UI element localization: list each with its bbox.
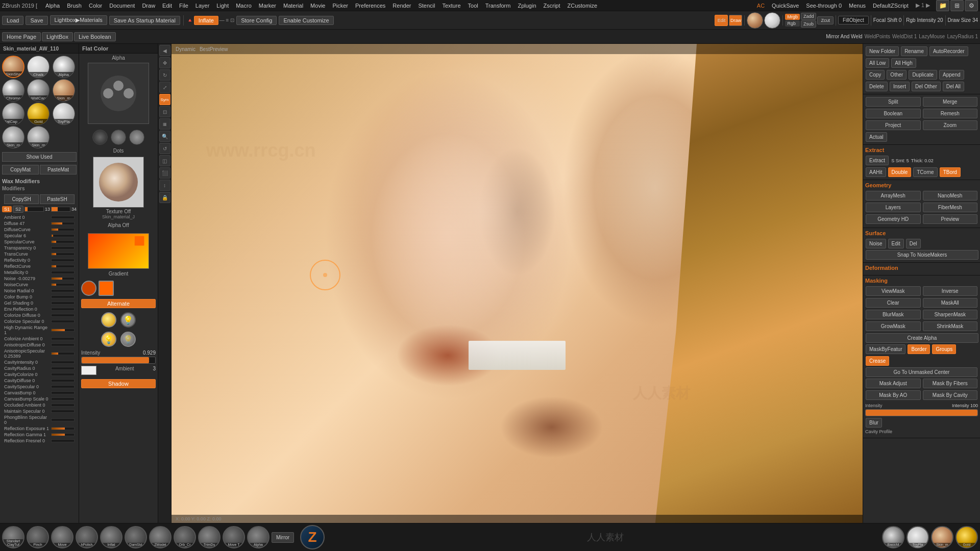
project-btn[interactable]: Project xyxy=(866,120,921,130)
param-slider-23[interactable] xyxy=(51,367,75,370)
param-slider-31[interactable] xyxy=(51,418,75,421)
mask-adjust-btn[interactable]: Mask Adjust xyxy=(866,379,921,388)
param-slider-0[interactable] xyxy=(51,216,75,219)
param-slider-14[interactable] xyxy=(51,302,75,305)
layers-btn[interactable]: Layers xyxy=(866,203,921,212)
menu-material[interactable]: Material xyxy=(280,2,306,10)
dot-brush-1[interactable] xyxy=(92,130,108,145)
strip-icon-rotate2[interactable]: ↺ xyxy=(159,143,170,154)
mask-all-btn[interactable]: MaskAll xyxy=(923,298,978,308)
geometry-hd-btn[interactable]: Geometry HD xyxy=(866,214,921,224)
param-slider-4[interactable] xyxy=(51,240,75,243)
merge-btn[interactable]: Merge xyxy=(923,97,978,107)
bottom-brush-trimdy[interactable]: TrimDy xyxy=(198,526,220,548)
zcut-btn[interactable]: Zcut xyxy=(817,16,834,24)
menu-zcustomize[interactable]: ZCustomize xyxy=(565,2,601,10)
create-alpha-btn[interactable]: Create Alpha xyxy=(866,333,978,343)
rename-btn[interactable]: Rename xyxy=(901,46,927,56)
geometry-title[interactable]: Geometry xyxy=(865,182,978,188)
strip-icon-sym[interactable]: Sym xyxy=(159,94,170,105)
new-folder-btn[interactable]: 📁 xyxy=(936,0,949,11)
bottom-brush-alpha[interactable]: Alpha xyxy=(247,526,270,548)
param-slider-6[interactable] xyxy=(51,253,75,256)
texture-preview[interactable] xyxy=(93,157,144,208)
groups-btn[interactable]: Groups xyxy=(932,344,956,354)
shrink-mask-btn[interactable]: ShrinkMask xyxy=(923,321,978,331)
param-slider-26[interactable] xyxy=(51,385,75,388)
all-high-btn[interactable]: All High xyxy=(891,58,916,68)
material-swatch-toy[interactable]: ToyPla xyxy=(53,103,75,125)
mask-ao-btn[interactable]: Mask By AO xyxy=(866,390,921,400)
bottom-brush-movet[interactable]: Move T xyxy=(223,526,245,548)
s1-btn[interactable]: S1 xyxy=(2,206,12,212)
alpha-preview-box[interactable] xyxy=(88,63,149,124)
inverse-btn[interactable]: Inverse xyxy=(923,286,978,296)
s2-slider[interactable] xyxy=(51,207,70,212)
edit-mode-btn[interactable]: Edit xyxy=(715,15,728,26)
mask-cavity-btn[interactable]: Mask By Cavity xyxy=(923,390,978,400)
del-all-btn[interactable]: Del All xyxy=(943,82,964,91)
param-slider-17[interactable] xyxy=(51,320,75,323)
param-slider-19[interactable] xyxy=(51,337,75,340)
strip-icon-move2[interactable]: ↕ xyxy=(159,180,170,191)
ambient-color-swatch[interactable] xyxy=(81,366,96,375)
save-button[interactable]: Save xyxy=(26,16,47,25)
param-slider-7[interactable] xyxy=(51,259,75,262)
param-slider-2[interactable] xyxy=(51,228,75,231)
material-swatch-flat[interactable]: Skin_m xyxy=(2,126,24,148)
menu-texture[interactable]: Texture xyxy=(439,2,463,10)
menu-brush[interactable]: Brush xyxy=(64,2,85,10)
param-slider-18[interactable] xyxy=(51,329,75,332)
material-swatch-skinsha[interactable]: SkinSha xyxy=(2,56,24,78)
live-boolean-btn[interactable]: Live Boolean xyxy=(74,32,116,41)
bottom-brush-move[interactable]: Move xyxy=(51,526,74,548)
menu-document[interactable]: Document xyxy=(106,2,138,10)
bottom-brush-orb[interactable]: Orb_Cr xyxy=(174,526,196,548)
material-swatch-flat2[interactable]: Skin_m xyxy=(27,126,50,148)
aa-hit-btn[interactable]: AAHit xyxy=(866,167,886,177)
clear-mask-btn[interactable]: Clear xyxy=(866,298,921,308)
append-btn[interactable]: Append xyxy=(939,70,964,80)
remesh-btn[interactable]: Remesh xyxy=(923,109,978,118)
bottom-mat-basicm[interactable]: BasicM xyxy=(882,526,904,548)
dot-brush-3[interactable] xyxy=(129,130,144,145)
menu-render[interactable]: Render xyxy=(389,2,414,10)
material-swatch-matcap[interactable]: MatCap xyxy=(27,79,50,102)
material-swatch-alpha[interactable]: Alpha xyxy=(53,56,75,78)
material-swatch-chrome[interactable]: Chrome xyxy=(2,79,24,102)
menu-color[interactable]: Color xyxy=(86,2,105,10)
menu-transform[interactable]: Transform xyxy=(482,2,514,10)
menu-edit[interactable]: Edit xyxy=(159,2,175,10)
param-slider-3[interactable] xyxy=(51,234,75,237)
menu-menus[interactable]: Menus xyxy=(846,2,869,10)
tcorne-btn[interactable]: TCorne xyxy=(913,167,937,177)
boolean-btn[interactable]: Boolean xyxy=(866,109,921,118)
insert-btn[interactable]: Insert xyxy=(890,82,910,91)
gear-btn[interactable]: ⚙ xyxy=(965,0,978,11)
menu-tool[interactable]: Tool xyxy=(465,2,481,10)
bottom-mat-gold[interactable]: Gold xyxy=(955,526,978,548)
material-swatch-chalk[interactable]: Chalk xyxy=(27,56,50,78)
go-to-unmasked-btn[interactable]: Go To Unmasked Center xyxy=(866,367,977,377)
menu-ac[interactable]: AC xyxy=(754,2,768,10)
light-ball-2[interactable]: 💡 xyxy=(120,332,136,347)
menu-defaultscript[interactable]: DefaultZScript xyxy=(870,2,912,10)
param-slider-10[interactable] xyxy=(51,277,75,280)
param-slider-12[interactable] xyxy=(51,289,75,292)
rgb-btn[interactable]: Rgb xyxy=(785,20,800,27)
sharpen-mask-btn[interactable]: SharpenMask xyxy=(923,310,978,319)
snap-to-nano-btn[interactable]: Snap To NoiseMakers xyxy=(866,250,978,260)
grow-mask-btn[interactable]: GrowMask xyxy=(866,321,921,331)
fill-object-btn[interactable]: FillObject xyxy=(838,16,869,24)
param-slider-29[interactable] xyxy=(51,404,75,407)
viewport[interactable]: Dynamic BestPreview X: 0.00 Y: 0.00 Z: 0… xyxy=(172,44,863,523)
mask-intensity-slider[interactable] xyxy=(865,409,978,416)
light-icon-on-1[interactable] xyxy=(101,312,116,328)
alternate-button[interactable]: Alternate xyxy=(81,299,156,308)
menu-seethrough[interactable]: See-through 0 xyxy=(803,2,845,10)
intensity-slider[interactable] xyxy=(81,357,156,364)
light-ball-1[interactable]: 💡 xyxy=(101,332,116,347)
copy-btn[interactable]: Copy xyxy=(866,70,885,80)
bottom-mat-toyplanet[interactable]: ToyPla xyxy=(906,526,929,548)
strip-icon-zoom[interactable]: 🔍 xyxy=(159,131,170,142)
